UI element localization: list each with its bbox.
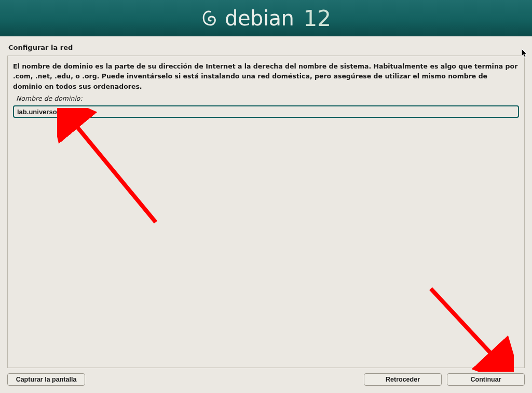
annotation-arrow-input	[57, 108, 171, 227]
debian-swirl-icon	[201, 7, 219, 29]
annotation-arrow-continue	[420, 278, 514, 372]
screenshot-button[interactable]: Capturar la pantalla	[7, 373, 85, 386]
svg-line-0	[70, 118, 156, 222]
domain-input[interactable]	[13, 105, 519, 118]
svg-line-1	[431, 289, 498, 361]
content-card: El nombre de dominio es la parte de su d…	[7, 56, 525, 368]
brand-version: 12	[303, 6, 331, 31]
continue-button[interactable]: Continuar	[447, 373, 525, 386]
domain-label: Nombre de dominio:	[16, 94, 519, 102]
header-banner: debian 12	[0, 0, 532, 36]
brand-name: debian	[225, 6, 294, 30]
footer-bar: Capturar la pantalla Retroceder Continua…	[0, 368, 532, 393]
description-text: El nombre de dominio es la parte de su d…	[13, 61, 519, 91]
page-title: Configurar la red	[0, 36, 532, 56]
back-button[interactable]: Retroceder	[364, 373, 442, 386]
